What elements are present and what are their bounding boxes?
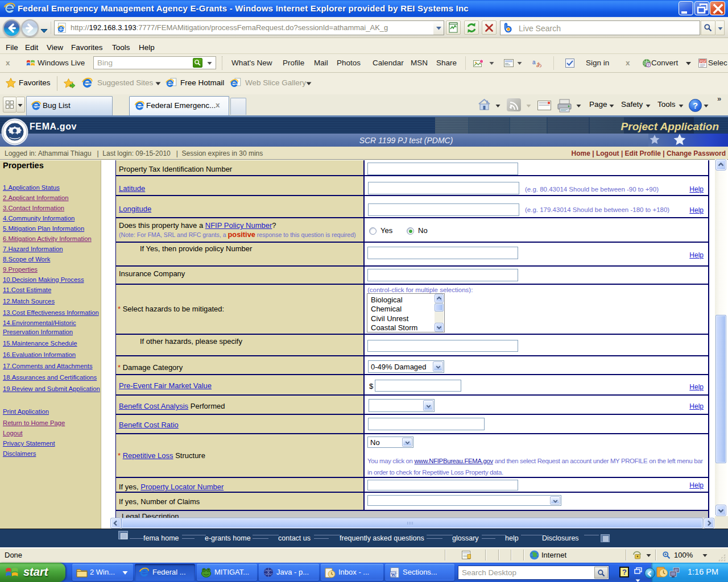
svg-text:PDF: PDF [700,60,707,63]
svg-text:a: a [532,59,536,65]
svg-text:?: ? [647,63,650,68]
svg-text:W: W [391,572,396,577]
svg-text:あ: あ [536,61,542,68]
